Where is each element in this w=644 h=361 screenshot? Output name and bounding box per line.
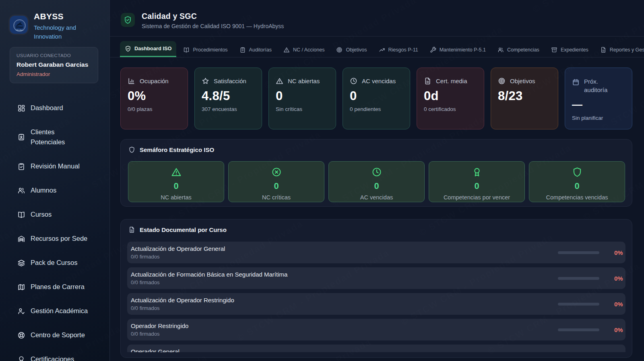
svg-text:hidroabyss: hidroabyss [16,29,23,31]
